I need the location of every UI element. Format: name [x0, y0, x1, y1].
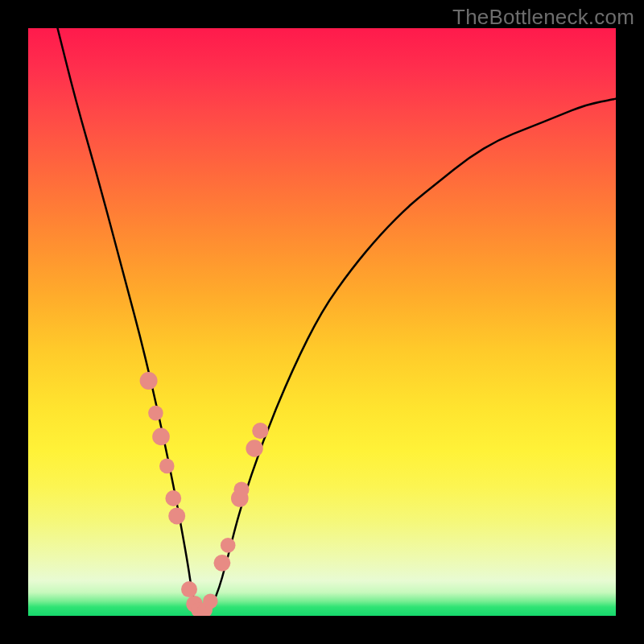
highlighted-point — [233, 481, 249, 497]
highlighted-points-group — [140, 372, 269, 616]
highlighted-point — [140, 372, 158, 390]
curve-layer — [28, 28, 616, 616]
plot-area — [28, 28, 616, 616]
highlighted-point — [252, 423, 268, 439]
highlighted-point — [148, 406, 163, 421]
highlighted-point — [168, 507, 185, 524]
watermark-text: TheBottleneck.com — [452, 5, 634, 30]
highlighted-point — [221, 538, 236, 553]
highlighted-point — [181, 581, 197, 597]
chart-frame: TheBottleneck.com — [0, 0, 644, 644]
highlighted-point — [203, 594, 218, 609]
bottleneck-curve — [58, 28, 617, 616]
highlighted-point — [159, 459, 175, 474]
highlighted-point — [246, 440, 262, 456]
highlighted-point — [214, 555, 231, 572]
highlighted-point — [152, 428, 170, 446]
highlighted-point — [165, 490, 181, 506]
